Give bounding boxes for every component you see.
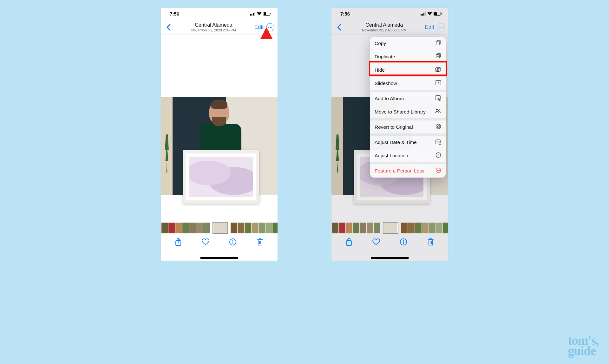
battery-icon	[263, 12, 271, 16]
menu-label: Hide	[375, 67, 385, 73]
menu-slideshow[interactable]: Slideshow	[370, 77, 446, 90]
menu-label: Move to Shared Library	[375, 109, 426, 115]
info-button[interactable]	[399, 238, 408, 246]
svg-point-35	[436, 124, 441, 129]
svg-rect-3	[254, 12, 255, 16]
photo-timestamp: November 22, 2020 2:05 PM	[344, 28, 425, 32]
delete-button[interactable]	[427, 238, 435, 246]
menu-move-shared[interactable]: Move to Shared Library	[370, 105, 446, 119]
edit-button[interactable]: Edit	[254, 24, 264, 30]
menu-label: Adjust Location	[375, 153, 408, 159]
thumbnail-strip[interactable]	[331, 222, 448, 234]
svg-point-33	[436, 109, 438, 111]
svg-point-8	[270, 27, 271, 28]
more-button[interactable]	[266, 23, 274, 31]
share-button[interactable]	[174, 238, 182, 246]
share-icon	[175, 238, 181, 246]
svg-rect-6	[271, 13, 271, 15]
svg-rect-16	[423, 13, 424, 16]
menu-add-to-album[interactable]: Add to Album	[370, 92, 446, 105]
bottom-toolbar	[161, 234, 278, 250]
revert-icon	[435, 124, 441, 131]
menu-label: Add to Album	[375, 96, 404, 101]
battery-icon	[434, 12, 442, 16]
trash-icon	[257, 238, 263, 246]
status-bar: 7:56	[161, 8, 278, 20]
svg-point-12	[232, 240, 233, 241]
status-bar: 7:56	[331, 8, 448, 20]
thumbnail-current[interactable]	[213, 223, 227, 233]
svg-rect-46	[403, 242, 404, 244]
status-time: 7:56	[340, 11, 350, 16]
info-button[interactable]	[229, 238, 237, 246]
location-icon	[435, 152, 441, 159]
svg-rect-15	[422, 14, 423, 16]
info-icon	[229, 238, 236, 245]
thumbnail-current[interactable]	[383, 223, 398, 233]
heart-icon	[202, 238, 209, 245]
menu-copy[interactable]: Copy	[370, 37, 446, 50]
more-button[interactable]	[437, 23, 445, 31]
menu-label: Duplicate	[375, 54, 395, 60]
photo-timestamp: November 22, 2020 2:05 PM	[173, 28, 254, 32]
svg-point-21	[439, 27, 440, 28]
svg-rect-19	[434, 12, 437, 15]
screenshot-right: 7:56 Central Alameda November 22, 2020 2…	[331, 8, 448, 261]
thumbnail-strip[interactable]	[161, 222, 278, 234]
svg-rect-14	[421, 14, 422, 16]
menu-hide[interactable]: Hide	[370, 63, 446, 77]
favorite-button[interactable]	[201, 238, 210, 246]
ellipsis-icon	[268, 27, 272, 28]
status-icons	[421, 12, 442, 16]
home-indicator[interactable]	[371, 257, 409, 259]
photo-viewer[interactable]	[161, 35, 278, 222]
chevron-left-icon	[337, 24, 341, 31]
photo-title-block: Central Alameda November 22, 2020 2:05 P…	[173, 22, 254, 32]
status-icons	[250, 12, 271, 16]
people-icon	[435, 109, 441, 115]
photo-location: Central Alameda	[344, 22, 425, 28]
duplicate-icon	[435, 53, 441, 60]
screenshot-left: 7:56 Central Alameda November 22, 2020 2…	[161, 8, 278, 261]
menu-label: Slideshow	[375, 81, 397, 86]
svg-rect-20	[441, 13, 442, 15]
home-indicator[interactable]	[200, 257, 238, 259]
back-button[interactable]	[164, 24, 173, 31]
context-menu: Copy Duplicate Hide Slideshow Add to Alb…	[370, 37, 446, 178]
wifi-icon	[427, 12, 432, 16]
menu-adjust-date[interactable]: Adjust Date & Time	[370, 136, 446, 149]
menu-revert[interactable]: Revert to Original	[370, 120, 446, 134]
favorite-button[interactable]	[372, 238, 380, 246]
svg-point-22	[440, 27, 441, 28]
menu-adjust-location[interactable]: Adjust Location	[370, 149, 446, 162]
watermark-logo: tom's, guide	[568, 335, 599, 356]
svg-point-23	[442, 27, 443, 28]
photo-title-block: Central Alameda November 22, 2020 2:05 P…	[344, 22, 425, 32]
bottom-toolbar	[331, 234, 448, 250]
svg-rect-2	[253, 13, 254, 16]
minus-circle-icon	[435, 167, 441, 174]
menu-label: Revert to Original	[375, 124, 413, 130]
cellular-icon	[421, 12, 426, 16]
svg-rect-17	[425, 12, 426, 16]
menu-feature-less[interactable]: Feature a Person Less	[370, 164, 446, 178]
svg-point-45	[403, 240, 404, 241]
menu-label: Feature a Person Less	[375, 168, 424, 174]
svg-point-7	[268, 27, 269, 28]
svg-rect-25	[436, 41, 439, 45]
calendar-icon	[435, 139, 441, 146]
edit-button[interactable]: Edit	[425, 24, 434, 30]
delete-button[interactable]	[256, 238, 264, 246]
hide-icon	[435, 67, 441, 73]
wifi-icon	[257, 12, 262, 16]
share-button[interactable]	[345, 238, 353, 246]
trash-icon	[428, 238, 434, 246]
svg-point-9	[271, 27, 272, 28]
status-time: 7:56	[170, 11, 179, 16]
menu-duplicate[interactable]: Duplicate	[370, 50, 446, 63]
copy-icon	[435, 40, 441, 47]
ellipsis-icon	[439, 27, 443, 28]
svg-rect-13	[232, 242, 233, 244]
back-button[interactable]	[335, 24, 344, 31]
svg-rect-5	[264, 12, 266, 15]
